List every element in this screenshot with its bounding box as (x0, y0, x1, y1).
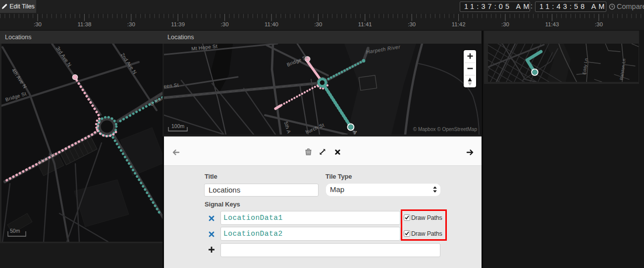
svg-text:11:40: 11:40 (265, 21, 278, 27)
svg-text:11:42: 11:42 (452, 21, 466, 27)
svg-text::30: :30 (34, 21, 42, 27)
svg-text:11:38: 11:38 (77, 21, 91, 27)
svg-text::30: :30 (127, 21, 135, 27)
svg-text:50m: 50m (10, 228, 20, 234)
svg-text:100m: 100m (171, 123, 185, 129)
svg-text:11:39: 11:39 (171, 21, 185, 27)
svg-text::30: :30 (314, 21, 322, 27)
svg-text:11:43: 11:43 (545, 21, 559, 27)
svg-text::30: :30 (501, 21, 509, 27)
svg-text:© Mapbox © OpenStreetMap: © Mapbox © OpenStreetMap (413, 127, 478, 132)
svg-text::30: :30 (221, 21, 229, 27)
svg-text:11:41: 11:41 (358, 21, 372, 27)
svg-text::30: :30 (595, 21, 603, 27)
svg-text::30: :30 (408, 21, 416, 27)
